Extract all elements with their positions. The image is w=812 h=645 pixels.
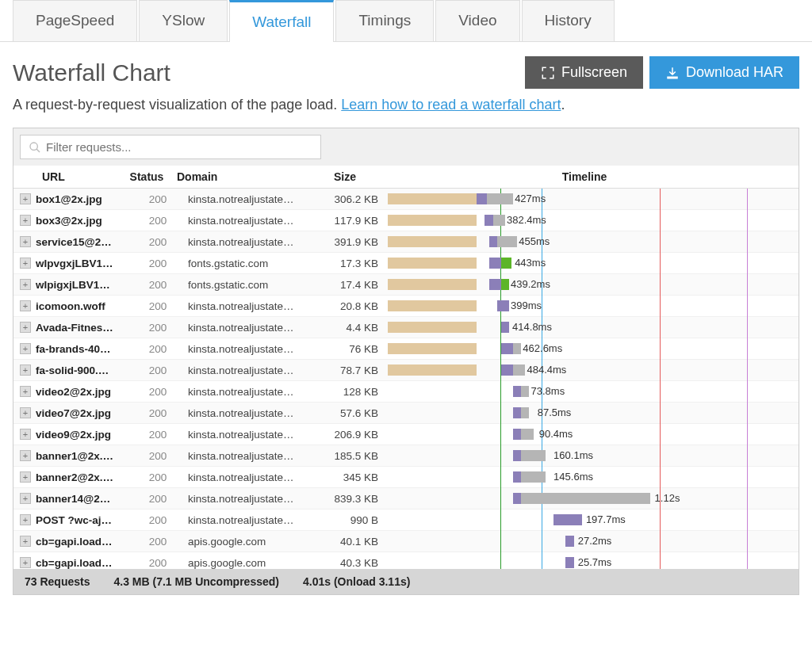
table-row[interactable]: +wIpigxjLBV1…200fonts.gstatic.com17.4 KB… xyxy=(13,274,799,296)
cell-domain: kinsta.notrealjustate… xyxy=(182,300,324,312)
summary-requests: 73 Requests xyxy=(25,575,90,588)
table-row[interactable]: +fa-solid-900.…200kinsta.notrealjustate…… xyxy=(13,360,799,381)
cell-url: cb=gapi.load… xyxy=(36,536,134,548)
col-url[interactable]: URL xyxy=(20,170,123,183)
expand-icon[interactable]: + xyxy=(20,557,31,568)
expand-icon[interactable]: + xyxy=(20,300,31,311)
cell-size: 206.9 KB xyxy=(324,429,388,441)
table-row[interactable]: +banner2@2x.…200kinsta.notrealjustate…34… xyxy=(13,467,799,488)
cell-domain: kinsta.notrealjustate… xyxy=(182,471,324,483)
svg-point-0 xyxy=(30,143,37,150)
timing-label: 1.12s xyxy=(655,492,680,504)
table-row[interactable]: +service15@2…200kinsta.notrealjustate…39… xyxy=(13,231,799,253)
cell-size: 17.4 KB xyxy=(324,279,388,291)
timing-bar xyxy=(513,386,521,397)
expand-icon[interactable]: + xyxy=(20,386,31,397)
timing-bar xyxy=(388,300,477,311)
cell-timeline: 87.5ms xyxy=(388,405,792,421)
cell-status: 200 xyxy=(134,215,182,227)
expand-icon[interactable]: + xyxy=(20,279,31,290)
cell-size: 20.8 KB xyxy=(324,300,388,312)
table-row[interactable]: +Avada-Fitnes…200kinsta.notrealjustate…4… xyxy=(13,317,799,338)
expand-icon[interactable]: + xyxy=(20,407,31,418)
col-status[interactable]: Status xyxy=(123,170,170,183)
expand-icon[interactable]: + xyxy=(20,215,31,226)
table-row[interactable]: +box1@2x.jpg200kinsta.notrealjustate…306… xyxy=(13,189,799,210)
table-row[interactable]: +fa-brands-40…200kinsta.notrealjustate…7… xyxy=(13,338,799,360)
timing-bar xyxy=(521,450,546,461)
download-har-button[interactable]: Download HAR xyxy=(649,56,799,89)
cell-url: banner1@2x.… xyxy=(36,450,134,462)
timing-bar xyxy=(565,557,573,568)
learn-link[interactable]: Learn how to read a waterfall chart xyxy=(341,97,561,113)
timing-bar xyxy=(497,300,509,311)
cell-timeline: 484.4ms xyxy=(388,362,792,378)
cell-timeline: 399ms xyxy=(388,298,792,314)
timing-bar xyxy=(487,193,513,204)
table-row[interactable]: +cb=gapi.load…200apis.google.com40.3 KB2… xyxy=(13,552,799,569)
table-row[interactable]: +cb=gapi.load…200apis.google.com40.1 KB2… xyxy=(13,531,799,552)
cell-size: 128 KB xyxy=(324,386,388,398)
expand-icon[interactable]: + xyxy=(20,322,31,333)
timing-bar xyxy=(489,279,501,290)
tab-pagespeed[interactable]: PageSpeed xyxy=(13,0,137,41)
cell-domain: kinsta.notrealjustate… xyxy=(182,386,324,398)
expand-icon[interactable]: + xyxy=(20,471,31,483)
table-row[interactable]: +icomoon.woff200kinsta.notrealjustate…20… xyxy=(13,296,799,317)
table-row[interactable]: +wIpvgxjLBV1…200fonts.gstatic.com17.3 KB… xyxy=(13,253,799,274)
tab-timings[interactable]: Timings xyxy=(335,0,434,41)
timing-bar xyxy=(477,193,487,204)
filter-input[interactable] xyxy=(46,140,312,154)
cell-timeline: 455ms xyxy=(388,234,792,250)
table-row[interactable]: +video9@2x.jpg200kinsta.notrealjustate…2… xyxy=(13,424,799,445)
expand-icon[interactable]: + xyxy=(20,429,31,440)
cell-size: 76 KB xyxy=(324,343,388,355)
cell-size: 17.3 KB xyxy=(324,258,388,269)
table-row[interactable]: +POST ?wc-aj…200kinsta.notrealjustate…99… xyxy=(13,510,799,531)
expand-icon[interactable]: + xyxy=(20,193,31,204)
expand-icon[interactable]: + xyxy=(20,364,31,376)
cell-status: 200 xyxy=(134,236,182,248)
table-row[interactable]: +video7@2x.jpg200kinsta.notrealjustate…5… xyxy=(13,403,799,424)
cell-url: box1@2x.jpg xyxy=(36,193,134,205)
col-domain[interactable]: Domain xyxy=(170,170,313,183)
cell-status: 200 xyxy=(134,279,182,291)
waterfall-rows[interactable]: +box1@2x.jpg200kinsta.notrealjustate…306… xyxy=(13,189,799,569)
table-row[interactable]: +box3@2x.jpg200kinsta.notrealjustate…117… xyxy=(13,210,799,231)
timing-bar xyxy=(388,343,477,354)
cell-status: 200 xyxy=(134,300,182,312)
expand-icon[interactable]: + xyxy=(20,514,31,525)
col-size[interactable]: Size xyxy=(313,170,377,183)
table-row[interactable]: +banner1@2x.…200kinsta.notrealjustate…18… xyxy=(13,445,799,467)
table-row[interactable]: +banner14@2…200kinsta.notrealjustate…839… xyxy=(13,488,799,510)
tab-history[interactable]: History xyxy=(522,0,615,41)
cell-status: 200 xyxy=(134,493,182,505)
timing-bar xyxy=(388,322,477,333)
download-icon xyxy=(665,66,680,80)
expand-icon[interactable]: + xyxy=(20,236,31,247)
expand-icon[interactable]: + xyxy=(20,536,31,547)
filter-box[interactable] xyxy=(20,135,321,159)
timing-label: 484.4ms xyxy=(527,364,566,376)
timing-label: 399ms xyxy=(511,300,542,311)
expand-icon[interactable]: + xyxy=(20,258,31,269)
cell-size: 839.3 KB xyxy=(324,493,388,505)
cell-url: banner2@2x.… xyxy=(36,471,134,483)
expand-icon[interactable]: + xyxy=(20,343,31,354)
cell-domain: fonts.gstatic.com xyxy=(182,279,324,291)
tab-yslow[interactable]: YSlow xyxy=(139,0,228,41)
fullscreen-button[interactable]: Fullscreen xyxy=(525,56,643,89)
summary-size: 4.3 MB (7.1 MB Uncompressed) xyxy=(113,575,279,588)
timing-label: 73.8ms xyxy=(531,385,565,397)
expand-icon[interactable]: + xyxy=(20,493,31,504)
timing-bar xyxy=(501,322,509,333)
timing-bar xyxy=(493,215,505,226)
table-row[interactable]: +video2@2x.jpg200kinsta.notrealjustate…1… xyxy=(13,381,799,403)
expand-icon[interactable]: + xyxy=(20,450,31,461)
cell-url: banner14@2… xyxy=(36,493,134,505)
col-timeline[interactable]: Timeline xyxy=(377,170,792,183)
cell-url: Avada-Fitnes… xyxy=(36,322,134,334)
cell-timeline: 427ms xyxy=(388,191,792,207)
tab-waterfall[interactable]: Waterfall xyxy=(229,0,334,42)
tab-video[interactable]: Video xyxy=(435,0,519,41)
